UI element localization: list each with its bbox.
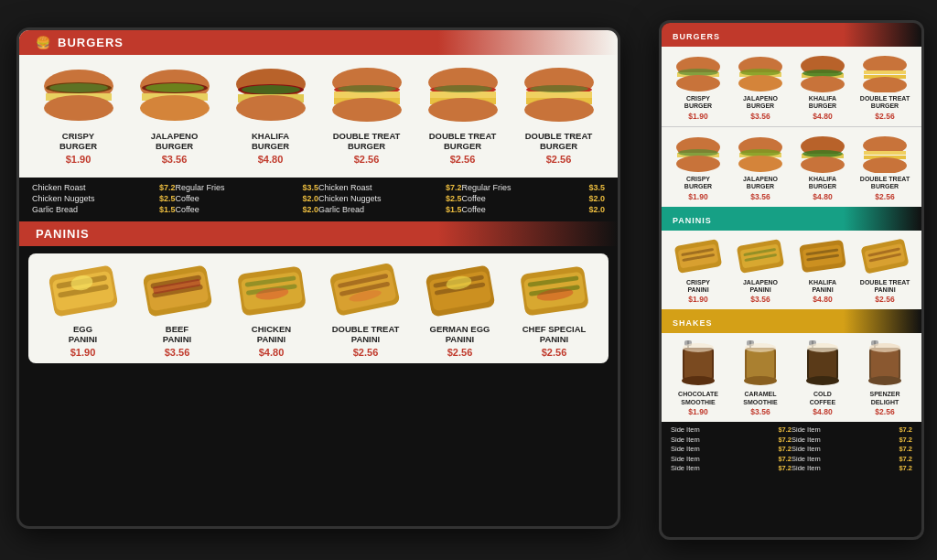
list-item: SPENZERDELIGHT $2.56 — [858, 340, 911, 416]
crispy-burger-image — [38, 64, 119, 126]
spenzer-delight-image — [864, 340, 906, 388]
small-paninis-section: PANINIS CRISPYPANINI $1.90 — [662, 207, 921, 310]
side-item-row: Regular Fries $3.5 — [462, 183, 606, 192]
side-item-price: $7.2 — [899, 455, 912, 463]
list-item: DOUBLE TREATPANINI $2.56 — [325, 263, 407, 358]
burgers-title: BURGERS — [58, 36, 124, 49]
jalapeno-burger-name: JALAPENOBURGER — [151, 131, 199, 152]
side-item-row: Coffee $2.0 — [176, 205, 319, 214]
svg-rect-29 — [526, 92, 592, 98]
side-item-name: Side Item — [671, 464, 700, 472]
sm-khalifa-panini-price: $4.80 — [813, 295, 832, 304]
double-treat-burger1-price: $2.56 — [354, 154, 380, 165]
double-treat-burger3-name: DOUBLE TREATBURGER — [525, 131, 593, 152]
svg-point-90 — [801, 156, 845, 173]
side-col-1: Chicken Roast $7.2 Chicken Nuggets $2.5 … — [32, 183, 176, 216]
side-item-name: Side Item — [792, 445, 821, 453]
svg-rect-17 — [334, 92, 400, 98]
svg-point-78 — [863, 77, 907, 92]
sm-jalapeno-panini-price: $3.56 — [750, 295, 770, 304]
svg-point-26 — [428, 98, 498, 122]
side-item-price: $7.2 — [899, 464, 912, 472]
side-item-name: Chicken Roast — [318, 183, 372, 192]
svg-point-89 — [802, 150, 843, 157]
side-item-price: $7.2 — [778, 464, 792, 472]
side-item-row: Chicken Nuggets $2.5 — [32, 194, 176, 203]
sm-khalifa-panini-name: KHALIFAPANINI — [809, 279, 836, 295]
svg-point-18 — [338, 85, 396, 92]
list-item: CHICKENPANINI $4.80 — [231, 263, 313, 358]
side-item-row: Coffee $2.0 — [462, 205, 606, 214]
jalapeno-burger-price: $3.56 — [162, 154, 188, 165]
side-item-row: Chicken Nuggets $2.5 — [318, 194, 462, 203]
list-item: JALAPENOBURGER $3.56 — [734, 135, 787, 201]
sm-jalapeno-panini-name: JALAPENOPANINI — [743, 279, 778, 295]
list-item: GERMAN EGGPANINI $2.56 — [419, 263, 501, 358]
list-item: CHOCOLATESMOOTHIE $1.90 — [672, 340, 725, 416]
chocolate-smoothie-name: CHOCOLATESMOOTHIE — [678, 391, 718, 406]
side-item-price: $2.0 — [302, 194, 318, 203]
double-treat-burger1-image — [327, 64, 407, 126]
sm-crispy-burger-1-price: $1.90 — [688, 112, 707, 121]
small-shakes-items-row: CHOCOLATESMOOTHIE $1.90 CARAMELSMOOTHIE … — [662, 333, 921, 422]
svg-point-20 — [332, 98, 402, 122]
sm-double-burger-2-price: $2.56 — [875, 192, 894, 201]
side-item-price: $2.0 — [302, 205, 318, 214]
side-item-row: Side Item $7.2 — [671, 455, 792, 463]
crispy-burger-name: CRISPYBURGER — [59, 131, 97, 152]
svg-point-133 — [868, 376, 901, 385]
side-col-2: Regular Fries $3.5 Coffee $2.0 Coffee $2… — [176, 183, 319, 216]
sm-crispy-burger-2 — [673, 135, 724, 173]
small-burgers-section-1: BURGERS CRISPYBURGER $1.90 — [662, 23, 921, 126]
sm-double-panini-price: $2.56 — [875, 295, 894, 304]
side-item-row: Garlic Bread $1.5 — [318, 205, 462, 214]
svg-point-115 — [682, 376, 715, 385]
side-item-name: Chicken Nuggets — [32, 194, 95, 203]
sm-crispy-burger-2-price: $1.90 — [688, 192, 707, 201]
egg-panini-image — [47, 263, 120, 319]
sm-double-burger-2-name: DOUBLE TREATBURGER — [860, 176, 910, 191]
side-item-row: Side Item $7.2 — [671, 445, 792, 453]
sm-khalifa-burger-2-name: KHALIFABURGER — [809, 176, 836, 191]
cold-coffee-price: $4.80 — [813, 407, 832, 416]
chef-special-panini-name: CHEF SPECIALPANINI — [522, 324, 587, 345]
sm-crispy-burger-1 — [673, 54, 724, 92]
list-item: KHALIFAPANINI $4.80 — [796, 238, 849, 305]
egg-panini-price: $1.90 — [70, 347, 96, 358]
crispy-burger-price: $1.90 — [66, 154, 92, 165]
side-item-price: $3.5 — [588, 183, 605, 192]
svg-point-65 — [678, 69, 718, 76]
caramel-smoothie-image — [739, 340, 781, 388]
sm-jalapeno-burger-1-name: JALAPENOBURGER — [743, 95, 778, 111]
list-item: JALAPENOBURGER $3.56 — [734, 54, 787, 121]
side-item-row: Side Item $7.2 — [792, 445, 912, 453]
svg-point-3 — [49, 83, 108, 92]
side-item-name: Side Item — [792, 455, 821, 463]
svg-point-4 — [44, 95, 113, 121]
list-item: JALAPENOPANINI $3.56 — [734, 238, 787, 305]
side-item-price: $7.2 — [446, 183, 462, 192]
german-egg-panini-price: $2.56 — [447, 347, 473, 358]
side-item-name: Garlic Bread — [318, 205, 364, 214]
double-treat-burger3-price: $2.56 — [546, 154, 572, 165]
double-treat-panini-name: DOUBLE TREATPANINI — [332, 324, 400, 345]
small-burgers-items-row-2: CRISPYBURGER $1.90 JALAPENOBURGER $3.56 — [662, 126, 921, 207]
sm-double-burger-1 — [860, 54, 910, 92]
svg-rect-92 — [864, 151, 906, 155]
double-treat-burger3-image — [519, 64, 599, 126]
beef-panini-price: $3.56 — [165, 347, 190, 358]
svg-point-24 — [434, 85, 492, 92]
small-shakes-section: SHAKES CHOCOLATESMOOTHIE $1.90 — [662, 309, 921, 422]
list-item: DOUBLE TREATBURGER $2.56 — [858, 135, 911, 201]
side-item-name: Side Item — [792, 425, 821, 434]
paninis-section: PANINIS EGGPANINI $1.90 — [19, 221, 618, 371]
side-item-price: $1.5 — [159, 205, 176, 214]
chocolate-smoothie-price: $1.90 — [688, 407, 707, 416]
sm-khalifa-burger-1 — [798, 54, 848, 92]
svg-point-8 — [145, 83, 204, 92]
list-item: CRISPYBURGER $1.90 — [38, 64, 120, 165]
chicken-panini-price: $4.80 — [259, 347, 285, 358]
paninis-header: PANINIS — [19, 221, 618, 246]
svg-point-122 — [745, 343, 776, 352]
list-item: CRISPYPANINI $1.90 — [672, 238, 725, 305]
